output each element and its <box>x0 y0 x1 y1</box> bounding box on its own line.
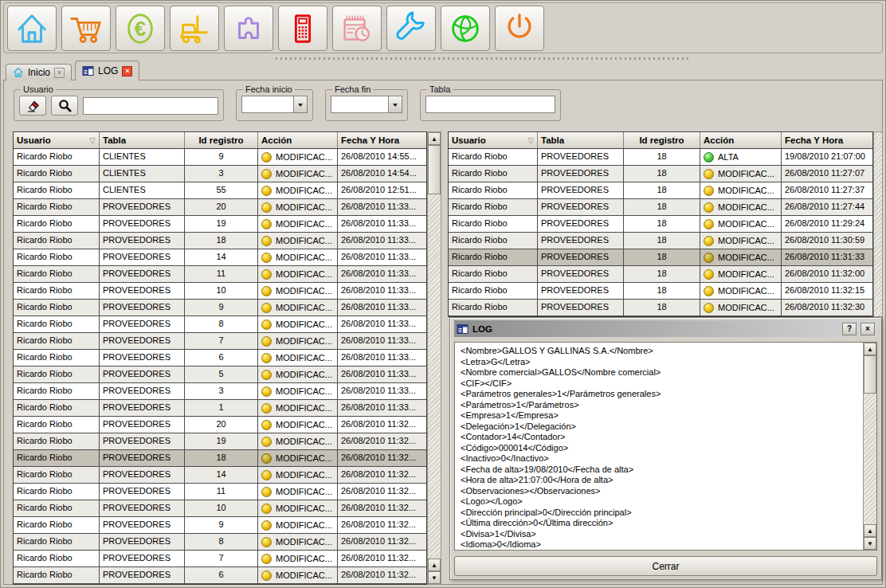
tab-log-close-icon[interactable]: × <box>122 66 132 76</box>
fecha-fin-combobox[interactable] <box>331 96 402 113</box>
log-icon <box>457 323 468 335</box>
table-row[interactable]: Ricardo RioboPROVEEDORES6MODIFICAC...26/… <box>14 567 426 584</box>
table-row[interactable]: Ricardo RioboPROVEEDORES6MODIFICAC...26/… <box>14 350 426 367</box>
header-tabla[interactable]: Tabla <box>538 132 624 148</box>
fecha-inicio-dropdown-button[interactable] <box>293 96 307 112</box>
right-table-scrollbar-track[interactable] <box>873 131 883 317</box>
table-row[interactable]: Ricardo RioboPROVEEDORES18MODIFICAC...26… <box>449 249 872 266</box>
header-usuario[interactable]: Usuario▽ <box>449 132 538 148</box>
header-tabla[interactable]: Tabla <box>100 132 185 148</box>
calendar-clock-icon <box>339 10 375 47</box>
table-row[interactable]: Ricardo RioboPROVEEDORES11MODIFICAC...26… <box>14 266 426 283</box>
toolbar-button-calculator[interactable] <box>278 6 327 51</box>
dialog-title-bar[interactable]: LOG ? × <box>454 320 877 337</box>
table-row[interactable]: Ricardo RioboPROVEEDORES5MODIFICAC...26/… <box>14 367 426 383</box>
scroll-down-icon[interactable]: ▼ <box>428 571 441 584</box>
xml-log-viewer[interactable]: <Nombre>GALLOS Y GALLINAS S.A.</Nombre><… <box>454 342 877 551</box>
fecha-inicio-combobox[interactable] <box>241 96 308 113</box>
table-row[interactable]: Ricardo RioboPROVEEDORES18MODIFICAC...26… <box>14 233 426 249</box>
table-row[interactable]: Ricardo RioboPROVEEDORES8MODIFICAC...26/… <box>14 534 426 551</box>
cell-accion: MODIFICAC... <box>700 199 782 215</box>
cell-id-registro: 18 <box>624 266 700 282</box>
clear-filter-button[interactable] <box>19 96 46 116</box>
table-row[interactable]: Ricardo RioboPROVEEDORES8MODIFICAC...26/… <box>14 316 426 333</box>
scroll-up-icon[interactable]: ▲ <box>428 559 441 571</box>
table-row[interactable]: Ricardo RioboPROVEEDORES19MODIFICAC...26… <box>14 433 426 450</box>
cell-id-registro: 9 <box>185 517 258 533</box>
search-button[interactable] <box>51 96 78 116</box>
table-row[interactable]: Ricardo RioboPROVEEDORES18ALTA19/08/2010… <box>449 149 872 166</box>
toolbar-button-settings[interactable] <box>386 6 436 51</box>
table-row[interactable]: Ricardo RioboPROVEEDORES20MODIFICAC...26… <box>14 417 426 433</box>
cell-fecha: 26/08/2010 11:32... <box>338 433 426 449</box>
cell-fecha: 26/08/2010 11:32... <box>338 450 426 466</box>
scrollbar-track[interactable] <box>864 394 876 524</box>
table-row[interactable]: Ricardo RioboPROVEEDORES18MODIFICAC...26… <box>449 233 872 249</box>
tabla-input[interactable] <box>425 96 555 113</box>
table-row[interactable]: Ricardo RioboPROVEEDORES18MODIFICAC...26… <box>449 266 872 283</box>
cell-tabla: PROVEEDORES <box>100 500 185 516</box>
scroll-up-icon[interactable]: ▲ <box>864 343 876 355</box>
table-row[interactable]: Ricardo RioboPROVEEDORES18MODIFICAC...26… <box>449 300 872 316</box>
table-row[interactable]: Ricardo RioboPROVEEDORES11MODIFICAC...26… <box>14 484 426 500</box>
table-row[interactable]: Ricardo RioboPROVEEDORES19MODIFICAC...26… <box>14 216 426 233</box>
header-accion[interactable]: Acción <box>700 132 782 148</box>
scrollbar-thumb[interactable] <box>864 355 876 394</box>
header-accion[interactable]: Acción <box>258 132 338 148</box>
toolbar-button-planning[interactable] <box>332 6 382 51</box>
header-usuario[interactable]: Usuario▽ <box>14 132 100 148</box>
dialog-help-button[interactable]: ? <box>842 323 857 335</box>
table-row[interactable]: Ricardo RioboPROVEEDORES7MODIFICAC...26/… <box>14 333 426 350</box>
svg-text:€: € <box>135 17 146 39</box>
dialog-scrollbar[interactable]: ▲ ▲ ▼ <box>863 343 876 550</box>
cell-tabla: PROVEEDORES <box>100 400 185 416</box>
header-id-registro[interactable]: Id registro <box>185 132 258 148</box>
scroll-down-icon[interactable]: ▼ <box>864 537 876 550</box>
table-row[interactable]: Ricardo RioboPROVEEDORES18MODIFICAC...26… <box>449 283 872 300</box>
left-table-scrollbar[interactable]: ▲ ▲ ▼ <box>427 131 441 585</box>
scrollbar-thumb[interactable] <box>428 145 441 194</box>
table-row[interactable]: Ricardo RioboPROVEEDORES18MODIFICAC...26… <box>449 182 872 199</box>
table-row[interactable]: Ricardo RioboPROVEEDORES3MODIFICAC...26/… <box>14 383 426 400</box>
toolbar-button-exit[interactable] <box>495 6 544 51</box>
scroll-up-icon[interactable]: ▲ <box>864 524 876 537</box>
status-yellow-icon <box>261 487 272 497</box>
table-row[interactable]: Ricardo RioboPROVEEDORES20MODIFICAC...26… <box>14 199 426 216</box>
header-id-registro[interactable]: Id registro <box>624 132 700 148</box>
cell-tabla: PROVEEDORES <box>100 484 185 500</box>
fecha-fin-dropdown-button[interactable] <box>388 96 402 112</box>
toolbar-button-web[interactable] <box>441 6 490 51</box>
table-row[interactable]: Ricardo RioboPROVEEDORES9MODIFICAC...26/… <box>14 300 426 316</box>
table-row[interactable]: Ricardo RioboCLIENTES3MODIFICAC...26/08/… <box>14 166 426 182</box>
scroll-up-icon[interactable]: ▲ <box>428 132 441 145</box>
toolbar-button-finance[interactable]: € <box>116 6 165 51</box>
scrollbar-track[interactable] <box>428 194 441 559</box>
accion-label: MODIFICAC... <box>276 468 332 483</box>
usuario-input[interactable] <box>83 97 218 115</box>
table-row[interactable]: Ricardo RioboPROVEEDORES14MODIFICAC...26… <box>14 467 426 484</box>
toolbar-button-home[interactable] <box>7 6 57 51</box>
table-row[interactable]: Ricardo RioboPROVEEDORES9MODIFICAC...26/… <box>14 517 426 534</box>
cerrar-button[interactable]: Cerrar <box>454 556 877 576</box>
cell-id-registro: 18 <box>624 283 700 299</box>
table-row[interactable]: Ricardo RioboPROVEEDORES1MODIFICAC...26/… <box>14 400 426 417</box>
toolbar-button-purchases[interactable] <box>61 6 111 51</box>
header-fecha[interactable]: Fecha Y Hora <box>338 132 426 148</box>
table-row[interactable]: Ricardo RioboPROVEEDORES18MODIFICAC...26… <box>449 199 872 216</box>
table-row[interactable]: Ricardo RioboPROVEEDORES18MODIFICAC...26… <box>449 216 872 233</box>
tab-log[interactable]: LOG × <box>75 61 139 80</box>
dialog-close-button[interactable]: × <box>861 323 875 335</box>
table-row[interactable]: Ricardo RioboCLIENTES55MODIFICAC...26/08… <box>14 182 426 199</box>
table-row[interactable]: Ricardo RioboCLIENTES9MODIFICAC...26/08/… <box>14 149 426 166</box>
tab-inicio[interactable]: Inicio × <box>6 64 72 80</box>
table-row[interactable]: Ricardo RioboPROVEEDORES18MODIFICAC...26… <box>449 166 872 182</box>
table-row[interactable]: Ricardo RioboPROVEEDORES14MODIFICAC...26… <box>14 249 426 266</box>
table-row[interactable]: Ricardo RioboPROVEEDORES7MODIFICAC...26/… <box>14 551 426 567</box>
table-row[interactable]: Ricardo RioboPROVEEDORES18MODIFICAC...26… <box>14 450 426 467</box>
tab-inicio-close-icon[interactable]: × <box>54 68 65 78</box>
table-row[interactable]: Ricardo RioboPROVEEDORES10MODIFICAC...26… <box>14 500 426 517</box>
toolbar-button-modules[interactable] <box>224 6 273 51</box>
header-fecha[interactable]: Fecha Y Hora <box>782 132 872 148</box>
toolbar-button-warehouse[interactable] <box>170 6 219 51</box>
table-row[interactable]: Ricardo RioboPROVEEDORES10MODIFICAC...26… <box>14 283 426 300</box>
